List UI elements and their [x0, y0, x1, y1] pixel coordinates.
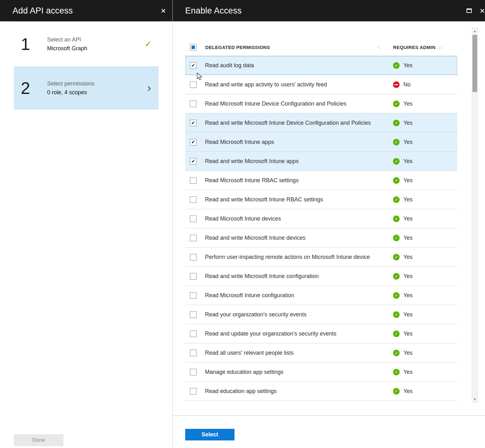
admin-value: Yes	[403, 158, 412, 165]
admin-value: Yes	[403, 139, 412, 145]
permission-label: Read Microsoft Intune configuration	[205, 292, 393, 299]
admin-value: Yes	[403, 331, 412, 337]
permission-label: Read education app settings	[205, 388, 393, 395]
row-checkbox[interactable]	[190, 62, 197, 69]
permission-label: Read and write Microsoft Intune Device C…	[205, 120, 393, 126]
admin-value: Yes	[403, 273, 412, 280]
step-select-api[interactable]: 1 Select an API Microsoft Graph ✓	[14, 29, 159, 59]
enable-access-blade: Enable Access ✕ DELEGATED PERMISSIONS ↑↓…	[173, 0, 485, 448]
permission-label: Read all users' relevant people lists	[205, 350, 393, 356]
row-checkbox[interactable]	[190, 369, 197, 375]
permission-row[interactable]: Read Microsoft Intune RBAC settings Yes	[185, 171, 457, 190]
admin-badge-icon	[393, 139, 400, 145]
column-requires-admin: REQUIRES ADMIN	[393, 45, 435, 50]
row-checkbox[interactable]	[190, 81, 197, 88]
scroll-up-icon[interactable]: ▲	[472, 28, 477, 34]
row-checkbox[interactable]	[190, 216, 197, 222]
row-checkbox[interactable]	[190, 139, 197, 145]
admin-value: Yes	[403, 120, 412, 126]
permission-row[interactable]: Read and update your organization's secu…	[185, 324, 457, 343]
admin-value: Yes	[403, 177, 412, 184]
permission-label: Manage education app settings	[205, 369, 393, 375]
row-checkbox[interactable]	[190, 196, 197, 203]
enable-access-header: Enable Access ✕	[173, 0, 485, 21]
row-checkbox[interactable]	[190, 350, 197, 356]
permission-label: Read and write Microsoft Intune RBAC set…	[205, 196, 393, 203]
permission-row[interactable]: Read and write Microsoft Intune RBAC set…	[185, 190, 457, 209]
step-title: Select an API	[47, 36, 87, 43]
select-button[interactable]: Select	[185, 429, 234, 440]
permission-label: Read audit log data	[205, 62, 393, 69]
admin-badge-icon	[393, 177, 400, 184]
sort-icon[interactable]: ↑↓	[377, 45, 380, 50]
select-all-checkbox[interactable]	[190, 44, 197, 51]
admin-value: Yes	[403, 235, 412, 241]
sort-icon[interactable]: ↑↓	[439, 45, 441, 50]
permission-label: Read and write app activity to users' ac…	[205, 81, 393, 88]
permission-row[interactable]: Read Microsoft Intune configuration Yes	[185, 286, 457, 305]
row-checkbox[interactable]	[190, 235, 197, 241]
permission-label: Read Microsoft Intune RBAC settings	[205, 177, 393, 184]
permission-row[interactable]: Perform user-impacting remote actions on…	[185, 248, 457, 267]
row-checkbox[interactable]	[190, 331, 197, 337]
scroll-down-icon[interactable]: ▼	[472, 396, 477, 402]
permission-label: Read Microsoft Intune Device Configurati…	[205, 101, 393, 107]
row-checkbox[interactable]	[190, 311, 197, 318]
maximize-icon[interactable]	[466, 8, 472, 13]
permission-row[interactable]: Read Microsoft Intune apps Yes	[185, 133, 457, 152]
permission-row[interactable]: Read and write Microsoft Intune Device C…	[185, 113, 457, 133]
row-checkbox[interactable]	[190, 120, 197, 126]
table-header-row: DELEGATED PERMISSIONS ↑↓ REQUIRES ADMIN …	[185, 39, 457, 56]
blade-title: Add API access	[13, 6, 73, 16]
permission-label: Read and write Microsoft Intune configur…	[205, 273, 393, 280]
blade-footer: Select	[173, 415, 485, 448]
permission-row[interactable]: Read education app settings Yes	[185, 382, 457, 401]
admin-value: Yes	[403, 101, 412, 107]
permission-row[interactable]: Read audit log data Yes	[185, 56, 457, 75]
close-icon[interactable]: ✕	[479, 8, 485, 14]
row-checkbox[interactable]	[190, 273, 197, 280]
row-checkbox[interactable]	[190, 292, 197, 299]
permission-label: Read Microsoft Intune apps	[205, 139, 393, 145]
permissions-table: DELEGATED PERMISSIONS ↑↓ REQUIRES ADMIN …	[185, 39, 457, 401]
permission-label: Read and write Microsoft Intune apps	[205, 158, 393, 165]
done-button[interactable]: Done	[14, 434, 63, 446]
admin-badge-icon	[393, 254, 400, 260]
admin-badge-icon	[393, 369, 400, 375]
admin-value: Yes	[403, 388, 412, 395]
column-delegated-permissions: DELEGATED PERMISSIONS	[205, 45, 270, 50]
admin-badge-icon	[393, 292, 400, 299]
permission-row[interactable]: Read all users' relevant people lists Ye…	[185, 343, 457, 363]
admin-badge-icon	[393, 101, 400, 107]
step-number: 1	[21, 34, 39, 54]
close-icon[interactable]: ✕	[160, 8, 166, 14]
permission-row[interactable]: Manage education app settings Yes	[185, 363, 457, 382]
permission-row[interactable]: Read Microsoft Intune Device Configurati…	[185, 94, 457, 113]
admin-badge-icon	[393, 158, 400, 165]
row-checkbox[interactable]	[190, 388, 197, 395]
admin-badge-icon	[393, 350, 400, 356]
row-checkbox[interactable]	[190, 177, 197, 184]
row-checkbox[interactable]	[190, 101, 197, 107]
row-checkbox[interactable]	[190, 158, 197, 165]
step-title: Select permissions	[47, 80, 94, 87]
workspace: Add API access ✕ 1 Select an API Microso…	[0, 0, 485, 448]
permission-label: Read your organization's security events	[205, 311, 393, 318]
permission-row[interactable]: Read and write app activity to users' ac…	[185, 75, 457, 94]
permission-row[interactable]: Read and write Microsoft Intune configur…	[185, 267, 457, 286]
check-icon: ✓	[144, 39, 152, 49]
permission-row[interactable]: Read and write Microsoft Intune devices …	[185, 228, 457, 248]
step-select-permissions[interactable]: 2 Select permissions 0 role, 4 scopes ›	[14, 66, 159, 110]
chevron-right-icon: ›	[147, 83, 152, 93]
permission-row[interactable]: Read and write Microsoft Intune apps Yes	[185, 152, 457, 171]
admin-value: Yes	[403, 369, 412, 375]
scrollbar[interactable]: ▲ ▼	[472, 28, 478, 403]
permission-row[interactable]: Read your organization's security events…	[185, 305, 457, 324]
row-checkbox[interactable]	[190, 254, 197, 260]
permission-label: Read and write Microsoft Intune devices	[205, 235, 393, 241]
scrollbar-thumb[interactable]	[472, 35, 477, 92]
permission-row[interactable]: Read Microsoft Intune devices Yes	[185, 209, 457, 228]
admin-value: Yes	[403, 311, 412, 318]
admin-badge-icon	[393, 273, 400, 280]
admin-badge-icon	[393, 311, 400, 318]
